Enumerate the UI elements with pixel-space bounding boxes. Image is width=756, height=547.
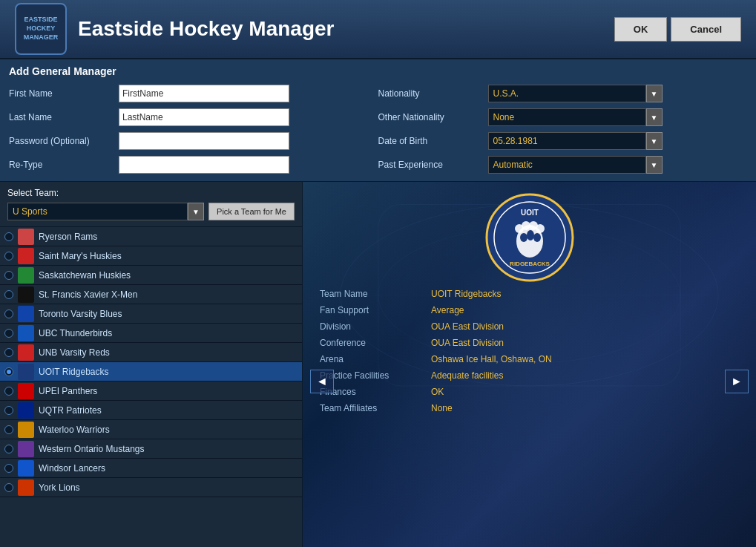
- ok-button[interactable]: OK: [614, 17, 668, 42]
- team-list-item[interactable]: Ryerson Rams: [0, 227, 302, 246]
- team-radio: [4, 406, 13, 415]
- team-info-table: Team Name UOIT Ridgebacks Fan Support Av…: [314, 286, 745, 416]
- svg-text:UOIT: UOIT: [521, 209, 539, 217]
- app-header: EASTSIDEHOCKEYMANAGER Eastside Hockey Ma…: [0, 0, 756, 59]
- division-value: OUA East Division: [431, 321, 504, 332]
- lastname-input[interactable]: [119, 108, 289, 126]
- team-select-header: Select Team: U Sports ▼ Pick a Team for …: [0, 182, 302, 227]
- dob-dropdown-arrow[interactable]: ▼: [646, 132, 663, 150]
- arena-row: Arena Oshawa Ice Hall, Oshawa, ON: [314, 351, 745, 367]
- team-logo-small: [18, 229, 34, 245]
- team-name-text: UPEI Panthers: [39, 386, 97, 396]
- team-name-text: Ryerson Rams: [39, 232, 97, 242]
- team-name-text: Saskatchewan Huskies: [39, 270, 131, 281]
- team-logo-small: [18, 479, 34, 496]
- team-list-item[interactable]: Western Ontario Mustangs: [0, 439, 302, 459]
- team-name-text: Western Ontario Mustangs: [39, 444, 145, 454]
- form-row-firstname: First Name: [9, 83, 378, 104]
- team-radio: [4, 309, 13, 318]
- team-list-item[interactable]: Toronto Varsity Blues: [0, 304, 302, 324]
- team-logo-small: [18, 460, 34, 476]
- password-label: Password (Optional): [9, 136, 113, 146]
- team-list-item[interactable]: UPEI Panthers: [0, 381, 302, 401]
- dob-select[interactable]: 05.28.1981 ▼: [488, 132, 663, 150]
- experience-dropdown-arrow[interactable]: ▼: [646, 156, 663, 174]
- team-name-value: UOIT Ridgebacks: [431, 289, 501, 299]
- app-title: Eastside Hockey Manager: [78, 17, 335, 41]
- cancel-button[interactable]: Cancel: [671, 17, 741, 42]
- team-list-scroll[interactable]: Ryerson RamsSaint Mary's HuskiesSaskatch…: [0, 227, 302, 547]
- arena-label: Arena: [320, 354, 431, 364]
- team-radio: [4, 290, 13, 299]
- form-row-lastname: Last Name: [9, 107, 378, 128]
- team-list-item[interactable]: UBC Thunderbirds: [0, 324, 302, 343]
- bottom-area: Select Team: U Sports ▼ Pick a Team for …: [0, 182, 756, 547]
- nationality-dropdown-arrow[interactable]: ▼: [646, 85, 663, 102]
- team-list-item[interactable]: UNB Varsity Reds: [0, 343, 302, 362]
- team-radio: [4, 387, 13, 396]
- next-team-arrow[interactable]: ►: [725, 370, 749, 393]
- finances-label: Finances: [320, 387, 431, 397]
- team-logo-small: [18, 402, 34, 419]
- retype-input[interactable]: [119, 156, 289, 174]
- team-list-item[interactable]: UOIT Ridgebacks: [0, 362, 302, 381]
- team-logo-small: [18, 306, 34, 322]
- team-list-panel: Select Team: U Sports ▼ Pick a Team for …: [0, 182, 303, 547]
- team-logo-small: [18, 383, 34, 399]
- form-row-retype: Re-Type: [9, 154, 378, 175]
- fan-support-row: Fan Support Average: [314, 302, 745, 318]
- league-dropdown-arrow[interactable]: ▼: [188, 203, 204, 220]
- form-row-experience: Past Experience Automatic ▼: [378, 154, 748, 175]
- team-radio: [4, 271, 13, 280]
- team-logo-small: [18, 364, 34, 380]
- league-select[interactable]: U Sports ▼: [7, 203, 204, 220]
- header-buttons: OK Cancel: [614, 17, 741, 42]
- team-name-text: UOIT Ridgebacks: [39, 367, 108, 377]
- experience-select[interactable]: Automatic ▼: [488, 156, 663, 174]
- prev-team-arrow[interactable]: ◄: [310, 370, 334, 393]
- team-list-item[interactable]: Windsor Lancers: [0, 459, 302, 478]
- team-logo-small: [18, 325, 34, 341]
- svg-point-11: [536, 224, 545, 233]
- password-input[interactable]: [119, 132, 289, 150]
- pick-team-button[interactable]: Pick a Team for Me: [208, 203, 295, 220]
- experience-value: Automatic: [488, 156, 646, 174]
- nationality-select[interactable]: U.S.A. ▼: [488, 85, 663, 102]
- form-row-other-nationality: Other Nationality None ▼: [378, 107, 748, 128]
- form-section: Add General Manager First Name Last Name…: [0, 59, 756, 182]
- firstname-input[interactable]: [119, 85, 289, 102]
- team-name-text: York Lions: [39, 482, 80, 493]
- team-radio: [4, 348, 13, 357]
- team-list-item[interactable]: St. Francis Xavier X-Men: [0, 285, 302, 304]
- team-radio: [4, 445, 13, 453]
- other-nationality-select[interactable]: None ▼: [488, 108, 663, 126]
- nationality-value: U.S.A.: [488, 85, 646, 102]
- team-list-item[interactable]: UQTR Patriotes: [0, 401, 302, 420]
- team-logo-large: UOIT RIDGEBACKS: [485, 193, 574, 282]
- team-detail-content: UOIT RIDGEBACKS Team Name UOIT Ridgeback…: [303, 182, 756, 428]
- affiliates-value: None: [431, 403, 453, 413]
- team-logo-small: [18, 441, 34, 457]
- team-radio: [4, 367, 13, 376]
- division-label: Division: [320, 321, 431, 332]
- team-radio: [4, 425, 13, 434]
- other-nationality-dropdown-arrow[interactable]: ▼: [646, 108, 663, 126]
- form-row-password: Password (Optional): [9, 131, 378, 151]
- team-name-text: UQTR Patriotes: [39, 405, 102, 416]
- dob-label: Date of Birth: [378, 136, 482, 146]
- team-logo-small: [18, 422, 34, 438]
- team-name-text: Windsor Lancers: [39, 463, 105, 474]
- conference-row: Conference OUA East Division: [314, 335, 745, 351]
- form-row-dob: Date of Birth 05.28.1981 ▼: [378, 131, 748, 151]
- team-list-item[interactable]: Waterloo Warriors: [0, 420, 302, 439]
- affiliates-label: Team Affiliates: [320, 403, 431, 413]
- team-name-label: Team Name: [320, 289, 431, 299]
- team-list-item[interactable]: Saskatchewan Huskies: [0, 266, 302, 285]
- team-select-controls: U Sports ▼ Pick a Team for Me: [7, 203, 295, 220]
- team-list-item[interactable]: Saint Mary's Huskies: [0, 246, 302, 266]
- team-list-item[interactable]: York Lions: [0, 478, 302, 497]
- team-logo-small: [18, 248, 34, 264]
- team-name-text: Toronto Varsity Blues: [39, 309, 122, 319]
- conference-value: OUA East Division: [431, 338, 504, 348]
- team-select-label: Select Team:: [7, 188, 295, 198]
